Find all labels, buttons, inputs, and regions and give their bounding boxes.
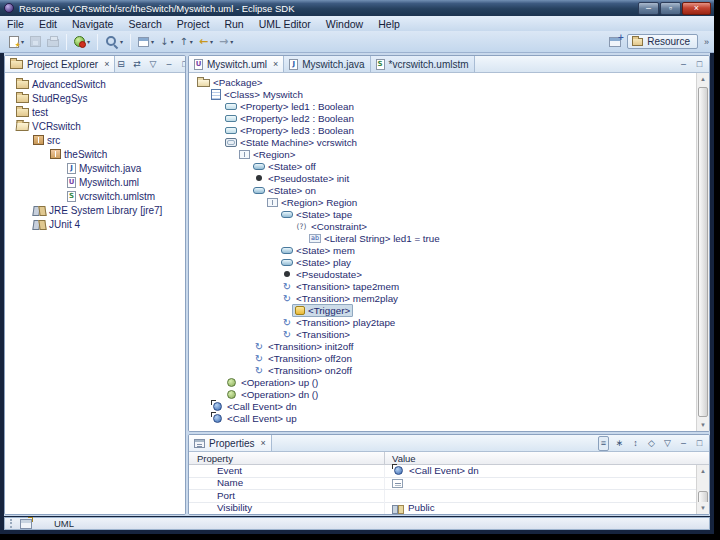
tree-item[interactable]: Myswitch.uml bbox=[5, 175, 185, 189]
title-bar[interactable]: Resource - VCRswitch/src/theSwitch/Myswi… bbox=[0, 0, 714, 16]
scroll-up-icon[interactable]: ▲ bbox=[697, 465, 709, 477]
properties-scrollbar[interactable]: ▲ ▼ bbox=[696, 465, 709, 514]
tree-item[interactable]: StudRegSys bbox=[5, 91, 185, 105]
close-button[interactable]: × bbox=[682, 2, 711, 15]
view-menu-icon[interactable]: ▽ bbox=[662, 437, 673, 450]
resource-perspective-button[interactable]: Resource bbox=[627, 34, 698, 49]
dropdown-arrow-icon[interactable]: ▾ bbox=[21, 38, 24, 45]
tree-item[interactable]: <Region> Region bbox=[189, 196, 696, 208]
property-row[interactable]: VisibilityPublic bbox=[189, 503, 696, 515]
menu-search[interactable]: Search bbox=[128, 18, 161, 30]
show-categories-icon[interactable]: ≡ bbox=[598, 436, 609, 451]
dropdown-arrow-icon[interactable]: ▾ bbox=[210, 38, 213, 45]
minimize-icon[interactable]: – bbox=[678, 58, 689, 71]
minimize-icon[interactable]: – bbox=[678, 437, 689, 450]
project-explorer-tab[interactable]: Project Explorer × bbox=[5, 56, 115, 72]
tree-item[interactable]: JUnit 4 bbox=[5, 217, 185, 231]
forward-button[interactable]: →▾ bbox=[217, 33, 235, 51]
maximize-icon[interactable]: □ bbox=[179, 58, 186, 71]
dropdown-arrow-icon[interactable]: ▾ bbox=[170, 38, 173, 45]
tree-item[interactable]: <Operation> up () bbox=[189, 376, 696, 388]
tree-item[interactable]: <Property> led1 : Boolean bbox=[189, 100, 696, 112]
tree-item[interactable]: <Transition> play2tape bbox=[189, 316, 696, 328]
open-perspective-icon[interactable] bbox=[609, 37, 621, 47]
new-wizard-button[interactable]: ▾ bbox=[7, 33, 26, 51]
dropdown-arrow-icon[interactable]: ▾ bbox=[190, 38, 193, 45]
link-with-editor-icon[interactable]: ⇄ bbox=[131, 58, 142, 71]
tree-item[interactable]: <Transition> off2on bbox=[189, 352, 696, 364]
back-button[interactable]: ←▾ bbox=[197, 33, 215, 51]
tree-item[interactable]: AdvancedSwitch bbox=[5, 77, 185, 91]
menu-navigate[interactable]: Navigate bbox=[72, 18, 113, 30]
dropdown-arrow-icon[interactable]: ▾ bbox=[120, 38, 123, 45]
statusbar-drag-handle[interactable] bbox=[10, 519, 13, 528]
tree-item[interactable]: <Transition> mem2play bbox=[189, 292, 696, 304]
menu-help[interactable]: Help bbox=[378, 18, 400, 30]
editor-tab-myswitch-uml[interactable]: Myswitch.uml× bbox=[189, 56, 284, 72]
menu-uml-editor[interactable]: UML Editor bbox=[259, 18, 311, 30]
tree-item[interactable]: <Call Event> up bbox=[189, 412, 696, 424]
tree-item[interactable]: JRE System Library [jre7] bbox=[5, 203, 185, 217]
close-icon[interactable]: × bbox=[273, 59, 278, 69]
dropdown-arrow-icon[interactable]: ▾ bbox=[230, 38, 233, 45]
property-row[interactable]: Name bbox=[189, 478, 696, 491]
dropdown-arrow-icon[interactable]: ▾ bbox=[87, 38, 90, 45]
menu-file[interactable]: File bbox=[7, 18, 24, 30]
fast-view-icon[interactable] bbox=[20, 519, 32, 529]
tree-item[interactable]: <Package> bbox=[189, 76, 696, 88]
tree-item[interactable]: <Pseudostate> bbox=[189, 268, 696, 280]
restore-defaults-icon[interactable]: ↕ bbox=[630, 437, 641, 450]
tree-item[interactable]: <Pseudostate> init bbox=[189, 172, 696, 184]
property-row[interactable]: Port bbox=[189, 490, 696, 503]
tree-item[interactable]: VCRswitch bbox=[5, 119, 185, 133]
view-menu-icon[interactable]: ▽ bbox=[147, 58, 158, 71]
maximize-button[interactable]: ▫ bbox=[660, 2, 681, 15]
tree-item[interactable]: <State> tape bbox=[189, 208, 696, 220]
tree-item[interactable]: test bbox=[5, 105, 185, 119]
editor-tab-myswitch-java[interactable]: Myswitch.java bbox=[284, 56, 370, 72]
open-element-button[interactable]: ▾ bbox=[136, 33, 156, 51]
close-icon[interactable]: × bbox=[104, 59, 109, 69]
column-header-property[interactable]: Property bbox=[189, 452, 385, 464]
column-header-value[interactable]: Value bbox=[385, 452, 709, 464]
scrollbar-thumb[interactable] bbox=[698, 87, 708, 417]
tree-item[interactable]: <State> mem bbox=[189, 244, 696, 256]
toolbar-overflow-chevron[interactable]: » bbox=[704, 37, 709, 47]
tree-item[interactable]: <Transition> tape2mem bbox=[189, 280, 696, 292]
next-annotation-button[interactable]: ↓▾ bbox=[158, 33, 175, 51]
collapse-all-icon[interactable]: ⊟ bbox=[115, 58, 126, 71]
tree-item[interactable]: Myswitch.java bbox=[5, 161, 185, 175]
run-external-tools-button[interactable]: ▾ bbox=[72, 33, 92, 51]
tree-item[interactable]: <State> play bbox=[189, 256, 696, 268]
tree-item[interactable]: <Constraint> bbox=[189, 220, 696, 232]
property-value[interactable] bbox=[385, 479, 696, 488]
menu-run[interactable]: Run bbox=[224, 18, 243, 30]
scroll-down-icon[interactable]: ▼ bbox=[697, 419, 709, 431]
property-row[interactable]: Event<Call Event> dn bbox=[189, 465, 696, 478]
tree-item[interactable]: <Transition> init2off bbox=[189, 340, 696, 352]
tree-item[interactable]: <Region> bbox=[189, 148, 696, 160]
menu-window[interactable]: Window bbox=[326, 18, 363, 30]
tree-item[interactable]: theSwitch bbox=[5, 147, 185, 161]
tree-item[interactable]: <State Machine> vcrswitch bbox=[189, 136, 696, 148]
show-advanced-icon[interactable]: ∗ bbox=[614, 437, 625, 450]
property-value[interactable]: <Call Event> dn bbox=[385, 465, 696, 477]
editor-scrollbar[interactable]: ▲ ▼ bbox=[696, 73, 709, 431]
scroll-down-icon[interactable]: ▼ bbox=[697, 502, 709, 514]
tree-item[interactable]: <Trigger> bbox=[189, 304, 696, 316]
tree-item[interactable]: vcrswitch.umlstm bbox=[5, 189, 185, 203]
tree-item[interactable]: src bbox=[5, 133, 185, 147]
tree-item[interactable]: <State> off bbox=[189, 160, 696, 172]
properties-tab[interactable]: Properties × bbox=[189, 435, 272, 451]
tree-item[interactable]: <Class> Myswitch bbox=[189, 88, 696, 100]
minimize-button[interactable]: – bbox=[638, 2, 659, 15]
close-icon[interactable]: × bbox=[261, 438, 266, 448]
dropdown-arrow-icon[interactable]: ▾ bbox=[151, 38, 154, 45]
editor-tab-vcrswitch-umlstm[interactable]: *vcrswitch.umlstm bbox=[371, 56, 475, 72]
maximize-icon[interactable]: □ bbox=[694, 437, 705, 450]
tree-item[interactable]: <Literal String> led1 = true bbox=[189, 232, 696, 244]
tree-item[interactable]: <Operation> dn () bbox=[189, 388, 696, 400]
tree-item[interactable]: <Call Event> dn bbox=[189, 400, 696, 412]
menu-project[interactable]: Project bbox=[177, 18, 210, 30]
menu-edit[interactable]: Edit bbox=[39, 18, 57, 30]
